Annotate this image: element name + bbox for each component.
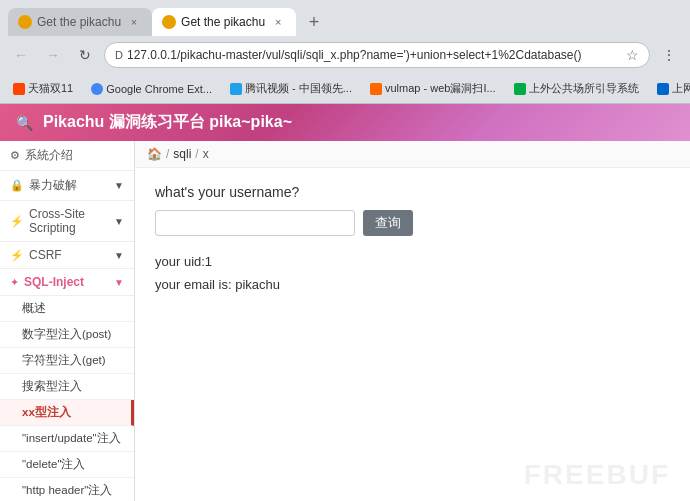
tab-2-label: Get the pikachu <box>181 15 265 29</box>
sidebar-section-csrf[interactable]: ⚡ CSRF ▼ <box>0 242 134 269</box>
app-title: Pikachu 漏洞练习平台 pika~pika~ <box>43 112 292 133</box>
tab-1[interactable]: Get the pikachu × <box>8 8 152 36</box>
tab-1-label: Get the pikachu <box>37 15 121 29</box>
settings-icon: ⚙ <box>10 149 20 162</box>
vulmap-favicon <box>370 83 382 95</box>
login-favicon <box>657 83 669 95</box>
input-row: 查询 <box>155 210 670 236</box>
address-input[interactable]: D 127.0.0.1/pikachu-master/vul/sqli/sqli… <box>104 42 650 68</box>
tab-2-close[interactable]: × <box>270 14 286 30</box>
content-area: 🏠 / sqli / x what's your username? 查询 yo… <box>135 141 690 501</box>
delete-label: "delete"注入 <box>22 458 86 470</box>
public-label: 上外公共场所引导系统 <box>529 81 639 96</box>
query-button[interactable]: 查询 <box>363 210 413 236</box>
new-tab-button[interactable]: + <box>300 8 328 36</box>
sidebar-item-str-get[interactable]: 字符型注入(get) <box>0 348 134 374</box>
chrome-ext-label: Google Chrome Ext... <box>106 83 212 95</box>
main-layout: ⚙ 系統介绍 🔒 暴力破解 ▼ ⚡ Cross-Site Scripting ▼… <box>0 141 690 501</box>
result-email: your email is: pikachu <box>155 273 670 296</box>
breadcrumb-sep-2: / <box>195 147 198 161</box>
num-post-label: 数字型注入(post) <box>22 328 111 340</box>
breadcrumb-x: x <box>203 147 209 161</box>
sidebar-item-http-header[interactable]: "http header"注入 <box>0 478 134 501</box>
sql-inject-arrow: ▼ <box>114 277 124 288</box>
sidebar-section-sql-inject[interactable]: ✦ SQL-Inject ▼ <box>0 269 134 296</box>
bookmark-vulmap[interactable]: vulmap - web漏洞扫I... <box>365 79 501 98</box>
search-icon: 🔍 <box>16 115 33 131</box>
forward-button[interactable]: → <box>40 42 66 68</box>
breadcrumb-sqli[interactable]: sqli <box>173 147 191 161</box>
bookmarks-bar: 天猫双11 Google Chrome Ext... 腾讯视频 - 中国领先..… <box>0 74 690 104</box>
sidebar-item-overview[interactable]: 概述 <box>0 296 134 322</box>
overview-label: 概述 <box>22 302 46 314</box>
sidebar-section-brute-force[interactable]: 🔒 暴力破解 ▼ <box>0 171 134 201</box>
csrf-label: CSRF <box>29 248 62 262</box>
page: 🔍 Pikachu 漏洞练习平台 pika~pika~ ⚙ 系統介绍 🔒 暴力破… <box>0 104 690 501</box>
sql-icon: ✦ <box>10 276 19 289</box>
address-bar: ← → ↻ D 127.0.0.1/pikachu-master/vul/sql… <box>0 36 690 74</box>
home-icon: 🏠 <box>147 147 162 161</box>
sql-inject-label: SQL-Inject <box>24 275 84 289</box>
brute-force-arrow: ▼ <box>114 180 124 191</box>
bookmark-login[interactable]: 上网登录页 <box>652 79 690 98</box>
breadcrumb-sep-1: / <box>166 147 169 161</box>
sidebar-item-xx-inject[interactable]: xx型注入 <box>0 400 134 426</box>
star-icon: ☆ <box>626 47 639 63</box>
sidebar-item-insert-update[interactable]: "insert/update"注入 <box>0 426 134 452</box>
address-text: 127.0.0.1/pikachu-master/vul/sqli/sqli_x… <box>127 48 622 62</box>
tianmao-label: 天猫双11 <box>28 81 73 96</box>
lock-icon: D <box>115 49 123 61</box>
login-label: 上网登录页 <box>672 81 690 96</box>
tab-bar: Get the pikachu × Get the pikachu × + <box>0 0 690 36</box>
back-button[interactable]: ← <box>8 42 34 68</box>
vulmap-label: vulmap - web漏洞扫I... <box>385 81 496 96</box>
username-input[interactable] <box>155 210 355 236</box>
sidebar-item-search[interactable]: 搜索型注入 <box>0 374 134 400</box>
tab-1-favicon <box>18 15 32 29</box>
xss-label: Cross-Site Scripting <box>29 207 109 235</box>
csrf-arrow: ▼ <box>114 250 124 261</box>
tab-2-favicon <box>162 15 176 29</box>
sidebar-item-num-post[interactable]: 数字型注入(post) <box>0 322 134 348</box>
tab-2[interactable]: Get the pikachu × <box>152 8 296 36</box>
tencent-label: 腾讯视频 - 中国领先... <box>245 81 352 96</box>
question-label: what's your username? <box>155 184 670 200</box>
brute-force-label: 暴力破解 <box>29 177 77 194</box>
xx-inject-label: xx型注入 <box>22 406 71 418</box>
bookmark-chrome-ext[interactable]: Google Chrome Ext... <box>86 81 217 97</box>
tencent-favicon <box>230 83 242 95</box>
bookmark-public[interactable]: 上外公共场所引导系统 <box>509 79 644 98</box>
xss-arrow: ▼ <box>114 216 124 227</box>
http-header-label: "http header"注入 <box>22 484 112 496</box>
app-header: 🔍 Pikachu 漏洞练习平台 pika~pika~ <box>0 104 690 141</box>
sys-intro-label: 系統介绍 <box>25 147 73 164</box>
tab-1-close[interactable]: × <box>126 14 142 30</box>
bookmark-tianmao[interactable]: 天猫双11 <box>8 79 78 98</box>
lock-icon: 🔒 <box>10 179 24 192</box>
sidebar-section-xss[interactable]: ⚡ Cross-Site Scripting ▼ <box>0 201 134 242</box>
result-uid: your uid:1 <box>155 250 670 273</box>
browser-chrome: Get the pikachu × Get the pikachu × + ← … <box>0 0 690 104</box>
str-get-label: 字符型注入(get) <box>22 354 106 366</box>
search-label: 搜索型注入 <box>22 380 82 392</box>
csrf-icon: ⚡ <box>10 249 24 262</box>
insert-update-label: "insert/update"注入 <box>22 432 121 444</box>
bookmark-tencent[interactable]: 腾讯视频 - 中国领先... <box>225 79 357 98</box>
watermark: FREEBUF <box>524 459 670 491</box>
chrome-ext-favicon <box>91 83 103 95</box>
sidebar: ⚙ 系統介绍 🔒 暴力破解 ▼ ⚡ Cross-Site Scripting ▼… <box>0 141 135 501</box>
public-favicon <box>514 83 526 95</box>
tianmao-favicon <box>13 83 25 95</box>
content-body: what's your username? 查询 your uid:1 your… <box>135 168 690 313</box>
browser-actions: ⋮ <box>656 42 682 68</box>
breadcrumb: 🏠 / sqli / x <box>135 141 690 168</box>
refresh-button[interactable]: ↻ <box>72 42 98 68</box>
sidebar-item-delete[interactable]: "delete"注入 <box>0 452 134 478</box>
sidebar-section-sys-intro[interactable]: ⚙ 系統介绍 <box>0 141 134 171</box>
extensions-button[interactable]: ⋮ <box>656 42 682 68</box>
xss-icon: ⚡ <box>10 215 24 228</box>
